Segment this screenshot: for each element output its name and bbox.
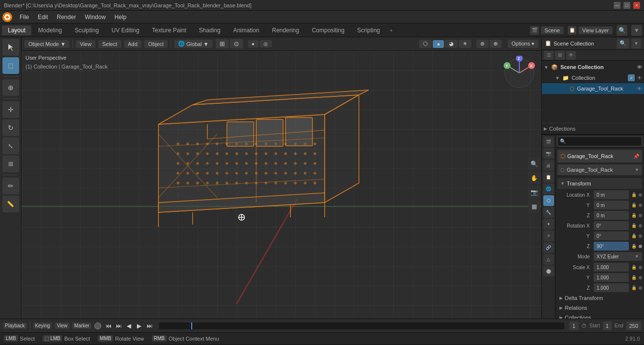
tab-shading[interactable]: Shading xyxy=(193,25,226,35)
tab-sculpting[interactable]: Sculpting xyxy=(69,25,105,35)
tab-animation[interactable]: Animation xyxy=(227,25,265,35)
xray-button[interactable]: ◎ xyxy=(260,40,272,47)
data-props-button[interactable]: △ xyxy=(543,254,554,265)
tab-layout[interactable]: Layout xyxy=(2,25,31,35)
solid-shading-button[interactable]: ● xyxy=(433,40,444,48)
rotation-y-value[interactable]: 0° xyxy=(594,231,629,240)
object-menu-button[interactable]: Object xyxy=(144,40,168,48)
viewport-gizmos-button[interactable]: ⊕ xyxy=(489,40,502,48)
add-menu-button[interactable]: Add xyxy=(124,40,142,48)
view-layer-selector[interactable]: View Layer xyxy=(578,26,613,34)
world-props-button[interactable]: 🌐 xyxy=(543,184,554,194)
location-z-lock[interactable]: 🔒 xyxy=(631,212,637,218)
ortho-view-button[interactable]: ▦ xyxy=(528,200,540,212)
play-button[interactable]: ▶ xyxy=(135,322,144,330)
rotate-tool-button[interactable]: ↻ xyxy=(2,119,19,136)
menu-help[interactable]: Help xyxy=(111,13,131,22)
add-workspace-button[interactable]: + xyxy=(387,26,396,34)
menu-window[interactable]: Window xyxy=(81,13,110,22)
cursor-tool-button[interactable]: ⊕ xyxy=(2,79,19,96)
outliner-search-button[interactable]: 🔍 xyxy=(617,39,629,48)
object-props-button[interactable]: ⬡ xyxy=(543,195,554,206)
snap-button[interactable]: ⊞ xyxy=(216,39,229,48)
scale-y-lock[interactable]: 🔒 xyxy=(631,275,637,280)
outliner-filter-button[interactable]: ▼ xyxy=(631,39,641,48)
proportional-edit-button[interactable]: ⊙ xyxy=(230,39,243,48)
start-frame-input[interactable]: 1 xyxy=(603,322,612,330)
zoom-in-button[interactable]: 🔍 xyxy=(528,157,540,170)
tab-rendering[interactable]: Rendering xyxy=(266,25,305,35)
navigation-gizmo[interactable]: X Y Z xyxy=(502,56,536,90)
view-layer-props-button[interactable]: 📋 xyxy=(543,172,554,183)
location-z-dot[interactable] xyxy=(639,214,642,217)
window-controls[interactable]: — □ ✕ xyxy=(614,2,640,9)
play-reverse-button[interactable]: ◀ xyxy=(125,322,133,330)
tree-item-scene-collection[interactable]: ▼ 📦 Scene Collection 👁 xyxy=(542,62,644,72)
material-shading-button[interactable]: ◕ xyxy=(445,40,458,48)
location-z-value[interactable]: 0 m xyxy=(594,211,629,220)
filter-eye-button[interactable]: 👁 xyxy=(566,51,576,60)
scale-z-value[interactable]: 1.000 xyxy=(594,283,629,292)
view-menu-button[interactable]: View xyxy=(76,40,95,48)
options-button[interactable]: Options ▾ xyxy=(508,40,538,48)
menu-edit[interactable]: Edit xyxy=(34,13,52,22)
move-tool-button[interactable]: ✛ xyxy=(2,101,19,118)
keying-menu-button[interactable]: Keying xyxy=(33,322,52,329)
filter-all-button[interactable]: ☰ xyxy=(544,51,554,60)
properties-search-box[interactable]: 🔍 xyxy=(557,137,642,146)
rotation-z-value[interactable]: 90° xyxy=(594,242,629,251)
overlay-button[interactable]: ● xyxy=(248,40,259,47)
transform-tool-button[interactable]: ⊞ xyxy=(2,156,19,172)
box-select-button[interactable]: ⬚ xyxy=(2,57,19,74)
end-frame-input[interactable]: 250 xyxy=(626,322,641,330)
select-menu-button[interactable]: Select xyxy=(98,40,121,48)
select-tool-button[interactable] xyxy=(2,39,19,56)
delta-transform-section[interactable]: ▶ Delta Transform xyxy=(557,293,642,303)
physics-props-button[interactable]: ⚛ xyxy=(543,230,554,241)
tree-item-garage-tool-rack[interactable]: ⬡ Garage_Tool_Rack 👁 xyxy=(542,83,644,94)
object-dropdown[interactable]: ⬡ Garage_Tool_Rack ▼ xyxy=(557,164,642,175)
scale-y-value[interactable]: 1.000 xyxy=(594,273,629,282)
location-y-dot[interactable] xyxy=(639,204,642,207)
object-eye[interactable]: 👁 xyxy=(637,86,642,92)
record-button[interactable] xyxy=(94,322,101,329)
rotation-z-lock[interactable]: 🔒 xyxy=(631,243,637,249)
menu-file[interactable]: File xyxy=(16,13,33,22)
tab-uv-editing[interactable]: UV Editing xyxy=(106,25,145,35)
annotate-tool-button[interactable]: ✏ xyxy=(2,178,19,194)
rotation-z-dot[interactable] xyxy=(639,245,642,248)
rotation-x-dot[interactable] xyxy=(639,224,642,228)
scale-x-value[interactable]: 1.000 xyxy=(594,263,629,272)
header-filter-button[interactable]: ▼ xyxy=(631,25,642,36)
rotation-x-lock[interactable]: 🔒 xyxy=(631,223,637,229)
tree-item-collection[interactable]: ▼ 📁 Collection ✓ 👁 xyxy=(542,72,644,83)
minimize-button[interactable]: — xyxy=(614,2,621,9)
location-x-lock[interactable]: 🔒 xyxy=(631,192,637,198)
camera-view-button[interactable]: 📷 xyxy=(528,185,540,198)
scene-collection-eye[interactable]: 👁 xyxy=(637,65,642,70)
scale-x-dot[interactable] xyxy=(639,266,642,269)
collection-eye[interactable]: 👁 xyxy=(637,75,642,81)
object-mode-button[interactable]: Object Mode ▼ xyxy=(24,40,69,48)
scale-tool-button[interactable]: ⤡ xyxy=(2,138,19,154)
tab-scripting[interactable]: Scripting xyxy=(351,25,386,35)
location-y-value[interactable]: 0 m xyxy=(594,201,629,209)
modifier-props-button[interactable]: 🔧 xyxy=(543,207,554,218)
rotation-x-value[interactable]: 0° xyxy=(594,221,629,230)
menu-render[interactable]: Render xyxy=(53,13,80,22)
scene-selector[interactable]: Scene xyxy=(541,26,564,34)
scale-x-lock[interactable]: 🔒 xyxy=(631,264,637,270)
skip-start-button[interactable]: ⏮ xyxy=(104,322,113,330)
output-props-button[interactable]: 🖨 xyxy=(543,160,554,171)
tab-compositing[interactable]: Compositing xyxy=(306,25,351,35)
tab-texture-paint[interactable]: Texture Paint xyxy=(146,25,192,35)
collections-prop-section[interactable]: ▶ Collections xyxy=(557,313,642,319)
particles-props-button[interactable]: ✦ xyxy=(543,219,554,230)
constraints-props-button[interactable]: 🔗 xyxy=(543,242,554,253)
wireframe-shading-button[interactable]: ⬡ xyxy=(419,40,432,48)
transform-orientation-button[interactable]: 🌐 Global ▼ xyxy=(174,40,213,48)
render-props-button[interactable]: 📷 xyxy=(543,148,554,159)
marker-menu-button[interactable]: Marker xyxy=(72,322,91,329)
collection-checkbox[interactable]: ✓ xyxy=(628,74,635,81)
maximize-button[interactable]: □ xyxy=(623,2,630,9)
